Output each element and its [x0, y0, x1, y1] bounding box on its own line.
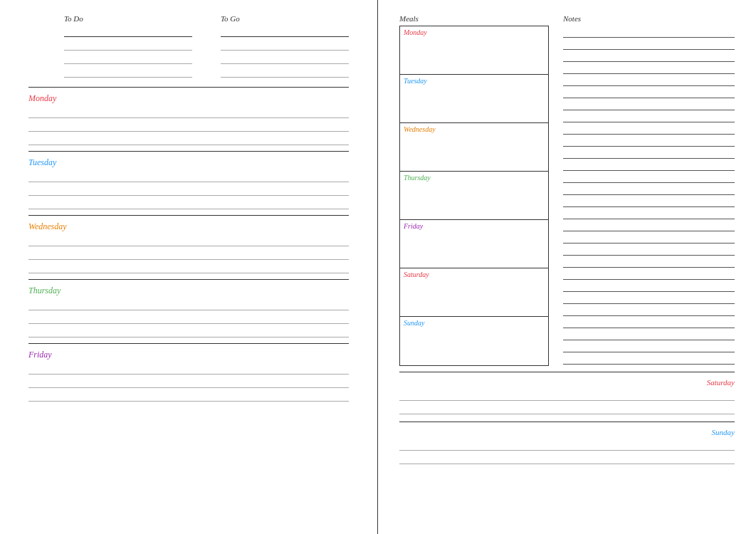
meal-row-tuesday: Tuesday — [400, 75, 548, 123]
divider-wednesday — [28, 279, 349, 280]
notes-block-monday — [563, 26, 735, 74]
todo-line-4[interactable] — [64, 66, 192, 78]
togo-line-2[interactable] — [221, 39, 349, 51]
notes-block-wednesday — [563, 122, 735, 171]
todo-title: To Do — [64, 14, 192, 23]
meal-row-thursday: Thursday — [400, 172, 548, 220]
thursday-lines — [28, 299, 349, 337]
notes-block-friday — [563, 219, 735, 268]
togo-line-3[interactable] — [221, 53, 349, 64]
wednesday-lines — [28, 235, 349, 273]
left-page: To Do To Go Monday Tuesday — [0, 0, 378, 534]
meals-title: Meals — [399, 14, 556, 23]
day-section-wednesday: Wednesday — [28, 221, 349, 273]
notes-block-tuesday — [563, 74, 735, 122]
day-label-friday: Friday — [28, 350, 349, 360]
meals-section: Meals Monday Tuesday Wednesday Thursday … — [399, 14, 556, 366]
meals-table: Monday Tuesday Wednesday Thursday Friday… — [399, 26, 549, 366]
notes-block-thursday — [563, 171, 735, 219]
day-label-thursday: Thursday — [28, 286, 349, 296]
friday-lines — [28, 363, 349, 402]
todo-line-2[interactable] — [64, 39, 192, 51]
notes-title: Notes — [563, 14, 735, 23]
bottom-sunday-section: Sunday — [399, 428, 735, 464]
togo-line-4[interactable] — [221, 66, 349, 78]
right-top-section: Meals Monday Tuesday Wednesday Thursday … — [399, 14, 735, 366]
meal-day-monday: Monday — [404, 28, 545, 36]
day-label-monday: Monday — [28, 93, 349, 104]
divider-bottom-meals — [399, 372, 735, 372]
meal-row-wednesday: Wednesday — [400, 123, 548, 172]
todo-line-3[interactable] — [64, 53, 192, 64]
divider-thursday — [28, 343, 349, 344]
day-label-tuesday: Tuesday — [28, 157, 349, 168]
divider-saturday-sunday — [399, 422, 735, 422]
divider-monday — [28, 151, 349, 152]
day-section-monday: Monday — [28, 93, 349, 145]
divider-top — [28, 87, 349, 88]
meal-day-tuesday: Tuesday — [404, 77, 545, 85]
right-page: Meals Monday Tuesday Wednesday Thursday … — [378, 0, 756, 534]
bottom-saturday-section: Saturday — [399, 378, 735, 414]
todo-line-1[interactable] — [64, 26, 192, 37]
day-section-tuesday: Tuesday — [28, 157, 349, 209]
meal-day-sunday: Sunday — [404, 319, 545, 327]
meal-day-wednesday: Wednesday — [404, 125, 545, 133]
togo-title: To Go — [221, 14, 349, 23]
notes-section: Notes — [556, 14, 735, 366]
meal-day-friday: Friday — [404, 222, 545, 230]
togo-line-1[interactable] — [221, 26, 349, 37]
todo-togo-section: To Do To Go — [28, 14, 349, 80]
meal-row-monday: Monday — [400, 26, 548, 75]
day-label-wednesday: Wednesday — [28, 221, 349, 232]
notes-block-saturday — [563, 268, 735, 316]
day-section-thursday: Thursday — [28, 286, 349, 337]
todo-column: To Do — [64, 14, 192, 80]
togo-column: To Go — [221, 14, 349, 80]
meal-day-thursday: Thursday — [404, 174, 545, 182]
monday-lines — [28, 107, 349, 145]
tuesday-lines — [28, 171, 349, 209]
right-bottom-section: Saturday Sunday — [399, 378, 735, 464]
meal-row-sunday: Sunday — [400, 317, 548, 365]
meal-row-friday: Friday — [400, 220, 548, 268]
notes-block-sunday — [563, 316, 735, 365]
day-section-friday: Friday — [28, 350, 349, 402]
meal-day-saturday: Saturday — [404, 271, 545, 278]
bottom-saturday-label: Saturday — [399, 378, 735, 387]
divider-tuesday — [28, 215, 349, 216]
bottom-sunday-label: Sunday — [399, 428, 735, 436]
meal-row-saturday: Saturday — [400, 268, 548, 317]
